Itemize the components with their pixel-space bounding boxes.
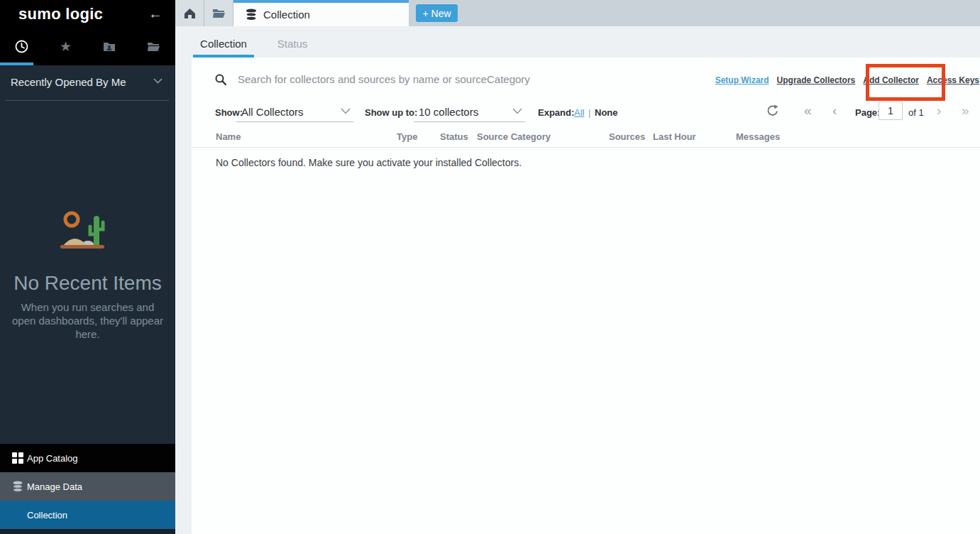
expand-label: Expand: (538, 107, 574, 118)
column-header-source-category: Source Category (477, 131, 551, 142)
recently-opened-section[interactable]: Recently Opened By Me (0, 65, 175, 101)
show-dropdown-value: All Collectors (241, 106, 304, 118)
collection-label: Collection (27, 510, 67, 521)
new-button-label: New (431, 8, 451, 19)
sumo-logic-logo: sumo logic (18, 5, 103, 23)
tab-collection-label: Collection (263, 9, 310, 21)
shared-content-tab[interactable] (88, 30, 132, 62)
expand-none-link[interactable]: None (595, 107, 618, 118)
sidebar-item-app-catalog[interactable]: App Catalog (0, 444, 175, 472)
next-page-icon[interactable]: › (937, 103, 941, 119)
access-keys-link[interactable]: Access Keys (927, 75, 979, 85)
sidebar-nav-icons: ★ (0, 30, 175, 62)
column-header-messages: Messages (736, 131, 780, 142)
favorites-tab[interactable]: ★ (44, 30, 88, 62)
home-button[interactable] (175, 0, 204, 26)
page-of-label: of 1 (908, 107, 924, 118)
database-icon (246, 9, 257, 21)
show-dropdown[interactable]: All Collectors (236, 102, 353, 122)
clock-icon (15, 40, 28, 53)
search-icon (215, 74, 226, 85)
plus-icon: + (422, 8, 428, 19)
last-page-icon[interactable]: » (962, 103, 969, 119)
database-icon (12, 481, 26, 492)
column-header-type: Type (397, 131, 417, 142)
subtab-collection[interactable]: Collection (193, 26, 254, 58)
upgrade-collectors-link[interactable]: Upgrade Collectors (777, 75, 856, 85)
collection-panel: Setup Wizard Upgrade Collectors Add Coll… (192, 58, 980, 534)
desert-illustration (52, 207, 123, 258)
show-up-to-dropdown-value: 10 collectors (419, 106, 478, 118)
column-header-status: Status (440, 131, 468, 142)
top-tab-strip: Collection + New (175, 0, 980, 26)
setup-wizard-link[interactable]: Setup Wizard (715, 75, 769, 85)
empty-collectors-message: No Collectors found. Make sure you activ… (216, 157, 522, 168)
no-recent-items-description: When you run searches and open dashboard… (10, 300, 165, 341)
section-divider (6, 100, 169, 101)
app-grid-icon (12, 452, 26, 464)
sidebar-item-manage-data[interactable]: Manage Data (0, 472, 175, 501)
sumo-logic-app: sumo logic ← ★ (0, 0, 980, 534)
refresh-icon[interactable] (766, 104, 778, 117)
subtab-status[interactable]: Status (275, 26, 309, 58)
no-recent-items-title: No Recent Items (0, 272, 175, 295)
search-bar (215, 73, 635, 85)
filter-row: Show: All Collectors Show up to: 10 coll… (192, 102, 980, 123)
folder-person-icon (103, 41, 116, 52)
expand-separator: | (588, 107, 590, 118)
previous-page-icon[interactable]: ‹ (832, 103, 837, 119)
show-up-to-label: Show up to: (365, 107, 417, 118)
sidebar: sumo logic ← ★ (0, 0, 175, 534)
chevron-down-icon (341, 108, 351, 114)
tab-collection[interactable]: Collection (233, 0, 409, 26)
open-folder-icon (147, 41, 160, 52)
star-icon: ★ (60, 38, 72, 55)
library-button[interactable] (204, 0, 233, 26)
column-header-name: Name (216, 131, 241, 142)
page-number-input[interactable] (879, 102, 903, 120)
sidebar-header: sumo logic ← ★ (0, 0, 175, 65)
show-up-to-dropdown[interactable]: 10 collectors (414, 102, 525, 122)
manage-data-label: Manage Data (27, 481, 82, 492)
collapse-sidebar-icon[interactable]: ← (148, 6, 163, 22)
new-button[interactable]: + New (416, 4, 458, 22)
table-header-row: Name Type Status Source Category Sources… (192, 131, 980, 147)
column-header-sources: Sources (609, 131, 645, 142)
library-tab[interactable] (131, 30, 175, 62)
chevron-down-icon (512, 108, 522, 114)
recents-tab[interactable] (0, 30, 44, 62)
app-catalog-label: App Catalog (27, 453, 78, 464)
expand-all-link[interactable]: All (574, 107, 584, 118)
main-area: Collection + New Collection Status Setup… (175, 0, 980, 534)
folder-icon (212, 8, 226, 18)
sidebar-bottom-strip (0, 529, 175, 534)
first-page-icon[interactable]: « (804, 103, 812, 119)
add-collector-link[interactable]: Add Collector (863, 75, 919, 85)
recently-opened-label: Recently Opened By Me (11, 76, 126, 88)
home-icon (184, 8, 196, 19)
table-header-divider (192, 147, 980, 148)
toolbar-links: Setup Wizard Upgrade Collectors Add Coll… (715, 75, 979, 85)
sub-tabs: Collection Status (175, 26, 980, 58)
sidebar-bottom-menu: App Catalog Manage Data Collection (0, 444, 175, 534)
sidebar-item-collection[interactable]: Collection (0, 501, 175, 529)
search-input[interactable] (238, 73, 635, 85)
chevron-down-icon (153, 78, 163, 84)
column-header-last-hour: Last Hour (653, 131, 696, 142)
page-label: Page: (855, 107, 880, 118)
